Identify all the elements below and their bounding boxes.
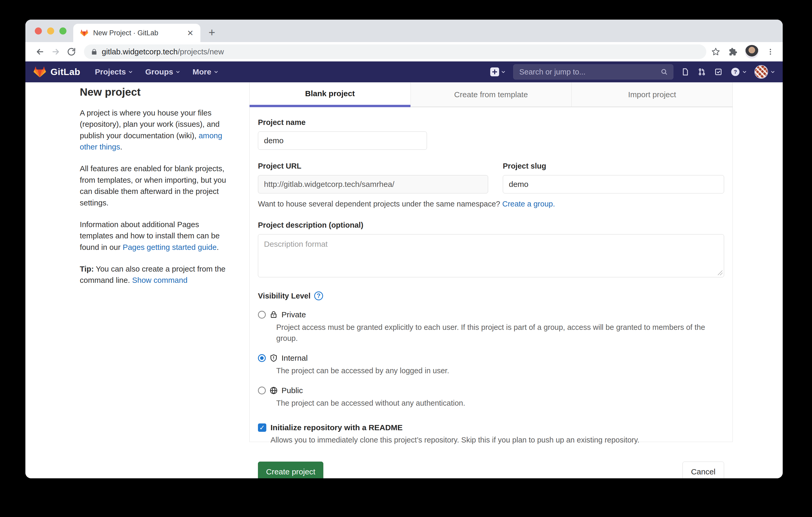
zoom-window-button[interactable]	[59, 27, 66, 34]
gitlab-favicon-icon	[80, 29, 88, 37]
forward-button[interactable]	[48, 44, 64, 60]
todos-icon[interactable]	[714, 68, 723, 76]
internal-option-description: The project can be accessed by any logge…	[276, 365, 721, 376]
visibility-option-public[interactable]: Public The project can be accessed witho…	[258, 386, 724, 408]
url-path: /projects/new	[178, 47, 224, 56]
minimize-window-button[interactable]	[47, 27, 54, 34]
namespace-hint: Want to house several dependent projects…	[258, 200, 724, 208]
plus-square-icon	[490, 67, 499, 76]
nav-more[interactable]: More	[193, 67, 218, 76]
private-option-description: Project access must be granted explicitl…	[276, 322, 721, 344]
search-input[interactable]	[519, 67, 661, 77]
visibility-option-internal[interactable]: Internal The project can be accessed by …	[258, 354, 724, 376]
user-menu[interactable]	[754, 65, 775, 79]
gitlab-tanuki-icon	[33, 66, 46, 78]
tab-create-from-template[interactable]: Create from template	[410, 82, 572, 107]
project-url-input[interactable]	[258, 175, 488, 193]
visibility-help-icon[interactable]: ?	[314, 292, 323, 300]
chevron-down-icon	[128, 70, 133, 74]
project-slug-input[interactable]	[503, 175, 724, 193]
project-name-input[interactable]	[258, 131, 427, 150]
project-description-input[interactable]	[258, 234, 724, 277]
nav-projects[interactable]: Projects	[95, 67, 133, 76]
chevron-down-icon	[176, 70, 180, 74]
internal-radio[interactable]	[258, 354, 266, 362]
project-url-label: Project URL	[258, 162, 488, 171]
readme-description: Allows you to immediately clone this pro…	[270, 436, 724, 444]
visibility-option-private[interactable]: Private Project access must be granted e…	[258, 310, 724, 344]
new-project-sidebar: New project A project is where you house…	[80, 86, 228, 296]
tab-close-icon[interactable]: ✕	[187, 29, 194, 38]
gitlab-navbar: GitLab Projects Groups More	[25, 61, 783, 82]
url-domain: gitlab.widgetcorp.tech	[102, 47, 178, 56]
public-option-description: The project can be accessed without any …	[276, 398, 721, 408]
sidebar-tip: Tip: You can also create a project from …	[80, 263, 228, 286]
blank-project-form: Project name Project URL Project slug Wa…	[250, 107, 732, 478]
merge-request-icon[interactable]	[697, 67, 706, 76]
lock-icon	[91, 48, 97, 55]
page-content: New project A project is where you house…	[25, 82, 783, 478]
browser-profile-avatar[interactable]	[745, 45, 759, 59]
sidebar-paragraph: Information about additional Pages templ…	[80, 219, 228, 253]
create-group-link[interactable]: Create a group.	[502, 200, 555, 208]
project-type-tabs: Blank project Create from template Impor…	[250, 82, 732, 107]
private-radio[interactable]	[258, 311, 266, 318]
show-command-link[interactable]: Show command	[132, 276, 187, 284]
tab-import-project[interactable]: Import project	[571, 82, 732, 107]
new-menu-button[interactable]	[490, 67, 505, 76]
private-option-label: Private	[282, 310, 306, 319]
chevron-down-icon	[743, 70, 747, 74]
public-option-label: Public	[282, 386, 303, 395]
lock-icon	[269, 310, 278, 319]
public-radio[interactable]	[258, 387, 266, 394]
cancel-button[interactable]: Cancel	[683, 462, 724, 478]
new-project-panel: Blank project Create from template Impor…	[249, 82, 733, 442]
search-icon	[661, 68, 668, 75]
new-tab-button[interactable]: +	[208, 26, 215, 39]
readme-checkbox[interactable]: ✓	[258, 423, 266, 432]
tab-blank-project[interactable]: Blank project	[250, 82, 410, 107]
browser-tab[interactable]: New Project · GitLab ✕	[73, 24, 200, 42]
chevron-down-icon	[501, 70, 505, 74]
sidebar-paragraph: All features are enabled for blank proje…	[80, 163, 228, 208]
brand-name: GitLab	[51, 67, 80, 77]
issues-icon[interactable]	[681, 67, 690, 76]
browser-toolbar: gitlab.widgetcorp.tech/projects/new	[25, 42, 783, 61]
chevron-down-icon	[214, 70, 218, 74]
user-avatar	[754, 65, 768, 79]
chevron-down-icon	[771, 70, 775, 74]
extensions-puzzle-icon[interactable]	[728, 47, 737, 56]
sidebar-paragraph: A project is where you house your files …	[80, 107, 228, 152]
readme-option[interactable]: ✓ Initialize repository with a README Al…	[258, 423, 724, 444]
project-slug-label: Project slug	[503, 162, 724, 171]
url-bar[interactable]: gitlab.widgetcorp.tech/projects/new	[84, 44, 706, 59]
window-controls	[35, 27, 66, 34]
gitlab-logo[interactable]: GitLab	[33, 66, 80, 78]
shield-icon	[269, 354, 278, 362]
browser-menu-icon[interactable]	[766, 48, 774, 56]
close-window-button[interactable]	[35, 27, 42, 34]
project-description-label: Project description (optional)	[258, 221, 724, 230]
visibility-level-label: Visibility Level	[258, 292, 311, 300]
browser-window: New Project · GitLab ✕ + gitlab.widgetco…	[25, 20, 783, 478]
tab-title: New Project · GitLab	[93, 29, 182, 37]
reload-button[interactable]	[64, 44, 79, 60]
create-project-button[interactable]: Create project	[258, 462, 323, 478]
pages-guide-link[interactable]: Pages getting started guide	[123, 243, 216, 251]
back-button[interactable]	[32, 44, 48, 60]
internal-option-label: Internal	[282, 354, 308, 363]
bookmark-star-icon[interactable]	[711, 47, 720, 57]
nav-groups[interactable]: Groups	[145, 67, 180, 76]
project-name-label: Project name	[258, 118, 724, 127]
resize-grip-icon[interactable]	[718, 271, 723, 275]
browser-titlebar: New Project · GitLab ✕ +	[25, 20, 783, 42]
help-menu[interactable]: ?	[730, 67, 747, 77]
svg-text:?: ?	[734, 69, 737, 75]
help-icon: ?	[730, 67, 740, 77]
readme-label: Initialize repository with a README	[270, 423, 403, 432]
globe-icon	[269, 386, 278, 395]
page-title: New project	[80, 86, 228, 98]
global-search[interactable]	[513, 64, 673, 80]
